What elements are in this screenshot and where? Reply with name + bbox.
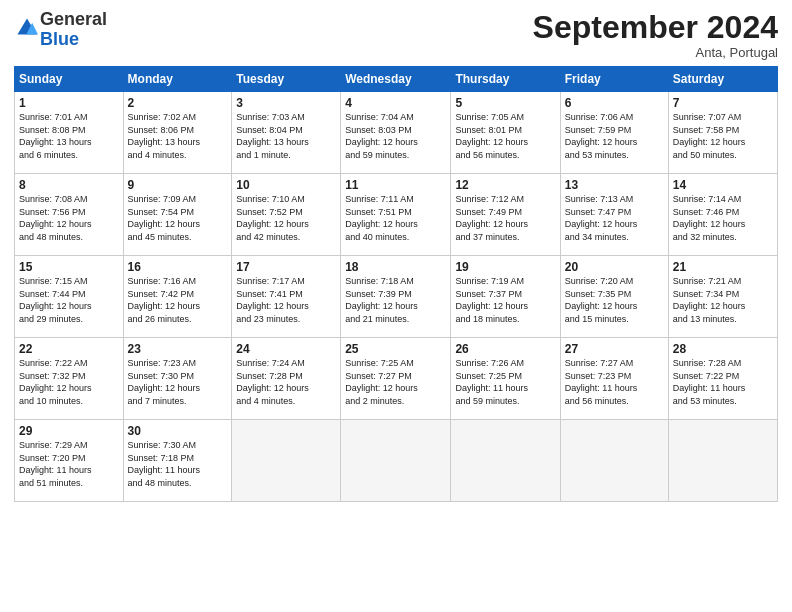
day-header-wednesday: Wednesday bbox=[341, 67, 451, 92]
day-info: Sunrise: 7:07 AMSunset: 7:58 PMDaylight:… bbox=[673, 111, 773, 161]
day-number: 28 bbox=[673, 342, 773, 356]
day-info: Sunrise: 7:20 AMSunset: 7:35 PMDaylight:… bbox=[565, 275, 664, 325]
calendar-cell: 15Sunrise: 7:15 AMSunset: 7:44 PMDayligh… bbox=[15, 256, 124, 338]
day-number: 9 bbox=[128, 178, 228, 192]
day-info: Sunrise: 7:05 AMSunset: 8:01 PMDaylight:… bbox=[455, 111, 555, 161]
calendar-cell: 28Sunrise: 7:28 AMSunset: 7:22 PMDayligh… bbox=[668, 338, 777, 420]
day-info: Sunrise: 7:12 AMSunset: 7:49 PMDaylight:… bbox=[455, 193, 555, 243]
day-number: 17 bbox=[236, 260, 336, 274]
calendar-cell: 22Sunrise: 7:22 AMSunset: 7:32 PMDayligh… bbox=[15, 338, 124, 420]
day-info: Sunrise: 7:29 AMSunset: 7:20 PMDaylight:… bbox=[19, 439, 119, 489]
week-row-5: 29Sunrise: 7:29 AMSunset: 7:20 PMDayligh… bbox=[15, 420, 778, 502]
day-number: 18 bbox=[345, 260, 446, 274]
day-number: 13 bbox=[565, 178, 664, 192]
calendar-cell: 2Sunrise: 7:02 AMSunset: 8:06 PMDaylight… bbox=[123, 92, 232, 174]
day-number: 25 bbox=[345, 342, 446, 356]
day-header-thursday: Thursday bbox=[451, 67, 560, 92]
calendar-cell: 27Sunrise: 7:27 AMSunset: 7:23 PMDayligh… bbox=[560, 338, 668, 420]
calendar-cell: 17Sunrise: 7:17 AMSunset: 7:41 PMDayligh… bbox=[232, 256, 341, 338]
day-number: 30 bbox=[128, 424, 228, 438]
week-row-1: 1Sunrise: 7:01 AMSunset: 8:08 PMDaylight… bbox=[15, 92, 778, 174]
title-block: September 2024 Anta, Portugal bbox=[533, 10, 778, 60]
calendar-cell: 3Sunrise: 7:03 AMSunset: 8:04 PMDaylight… bbox=[232, 92, 341, 174]
day-number: 7 bbox=[673, 96, 773, 110]
day-number: 14 bbox=[673, 178, 773, 192]
week-row-2: 8Sunrise: 7:08 AMSunset: 7:56 PMDaylight… bbox=[15, 174, 778, 256]
day-info: Sunrise: 7:13 AMSunset: 7:47 PMDaylight:… bbox=[565, 193, 664, 243]
day-number: 26 bbox=[455, 342, 555, 356]
calendar-cell: 30Sunrise: 7:30 AMSunset: 7:18 PMDayligh… bbox=[123, 420, 232, 502]
day-info: Sunrise: 7:16 AMSunset: 7:42 PMDaylight:… bbox=[128, 275, 228, 325]
day-info: Sunrise: 7:23 AMSunset: 7:30 PMDaylight:… bbox=[128, 357, 228, 407]
day-info: Sunrise: 7:18 AMSunset: 7:39 PMDaylight:… bbox=[345, 275, 446, 325]
calendar: SundayMondayTuesdayWednesdayThursdayFrid… bbox=[14, 66, 778, 502]
day-number: 29 bbox=[19, 424, 119, 438]
calendar-cell bbox=[232, 420, 341, 502]
day-header-monday: Monday bbox=[123, 67, 232, 92]
day-info: Sunrise: 7:06 AMSunset: 7:59 PMDaylight:… bbox=[565, 111, 664, 161]
calendar-cell: 21Sunrise: 7:21 AMSunset: 7:34 PMDayligh… bbox=[668, 256, 777, 338]
day-number: 4 bbox=[345, 96, 446, 110]
day-number: 10 bbox=[236, 178, 336, 192]
calendar-cell: 19Sunrise: 7:19 AMSunset: 7:37 PMDayligh… bbox=[451, 256, 560, 338]
calendar-cell: 7Sunrise: 7:07 AMSunset: 7:58 PMDaylight… bbox=[668, 92, 777, 174]
day-number: 21 bbox=[673, 260, 773, 274]
calendar-cell: 9Sunrise: 7:09 AMSunset: 7:54 PMDaylight… bbox=[123, 174, 232, 256]
calendar-cell: 20Sunrise: 7:20 AMSunset: 7:35 PMDayligh… bbox=[560, 256, 668, 338]
day-info: Sunrise: 7:17 AMSunset: 7:41 PMDaylight:… bbox=[236, 275, 336, 325]
day-number: 23 bbox=[128, 342, 228, 356]
day-number: 8 bbox=[19, 178, 119, 192]
day-info: Sunrise: 7:25 AMSunset: 7:27 PMDaylight:… bbox=[345, 357, 446, 407]
calendar-cell bbox=[560, 420, 668, 502]
calendar-cell: 16Sunrise: 7:16 AMSunset: 7:42 PMDayligh… bbox=[123, 256, 232, 338]
day-number: 16 bbox=[128, 260, 228, 274]
day-info: Sunrise: 7:28 AMSunset: 7:22 PMDaylight:… bbox=[673, 357, 773, 407]
page: General Blue September 2024 Anta, Portug… bbox=[0, 0, 792, 612]
logo-text: General Blue bbox=[40, 10, 107, 50]
day-info: Sunrise: 7:30 AMSunset: 7:18 PMDaylight:… bbox=[128, 439, 228, 489]
month-title: September 2024 bbox=[533, 10, 778, 45]
day-info: Sunrise: 7:02 AMSunset: 8:06 PMDaylight:… bbox=[128, 111, 228, 161]
calendar-cell bbox=[451, 420, 560, 502]
day-number: 6 bbox=[565, 96, 664, 110]
day-number: 20 bbox=[565, 260, 664, 274]
location: Anta, Portugal bbox=[533, 45, 778, 60]
day-number: 12 bbox=[455, 178, 555, 192]
day-info: Sunrise: 7:09 AMSunset: 7:54 PMDaylight:… bbox=[128, 193, 228, 243]
day-info: Sunrise: 7:14 AMSunset: 7:46 PMDaylight:… bbox=[673, 193, 773, 243]
day-info: Sunrise: 7:21 AMSunset: 7:34 PMDaylight:… bbox=[673, 275, 773, 325]
calendar-cell: 4Sunrise: 7:04 AMSunset: 8:03 PMDaylight… bbox=[341, 92, 451, 174]
day-info: Sunrise: 7:08 AMSunset: 7:56 PMDaylight:… bbox=[19, 193, 119, 243]
day-info: Sunrise: 7:19 AMSunset: 7:37 PMDaylight:… bbox=[455, 275, 555, 325]
day-number: 11 bbox=[345, 178, 446, 192]
calendar-header-row: SundayMondayTuesdayWednesdayThursdayFrid… bbox=[15, 67, 778, 92]
logo-icon bbox=[16, 17, 38, 39]
calendar-cell: 11Sunrise: 7:11 AMSunset: 7:51 PMDayligh… bbox=[341, 174, 451, 256]
calendar-cell: 6Sunrise: 7:06 AMSunset: 7:59 PMDaylight… bbox=[560, 92, 668, 174]
day-header-sunday: Sunday bbox=[15, 67, 124, 92]
calendar-cell: 13Sunrise: 7:13 AMSunset: 7:47 PMDayligh… bbox=[560, 174, 668, 256]
day-header-saturday: Saturday bbox=[668, 67, 777, 92]
day-number: 3 bbox=[236, 96, 336, 110]
calendar-cell: 29Sunrise: 7:29 AMSunset: 7:20 PMDayligh… bbox=[15, 420, 124, 502]
calendar-cell: 26Sunrise: 7:26 AMSunset: 7:25 PMDayligh… bbox=[451, 338, 560, 420]
week-row-3: 15Sunrise: 7:15 AMSunset: 7:44 PMDayligh… bbox=[15, 256, 778, 338]
day-number: 15 bbox=[19, 260, 119, 274]
day-number: 2 bbox=[128, 96, 228, 110]
calendar-cell: 24Sunrise: 7:24 AMSunset: 7:28 PMDayligh… bbox=[232, 338, 341, 420]
day-info: Sunrise: 7:26 AMSunset: 7:25 PMDaylight:… bbox=[455, 357, 555, 407]
calendar-cell: 12Sunrise: 7:12 AMSunset: 7:49 PMDayligh… bbox=[451, 174, 560, 256]
calendar-cell bbox=[341, 420, 451, 502]
day-info: Sunrise: 7:24 AMSunset: 7:28 PMDaylight:… bbox=[236, 357, 336, 407]
day-number: 24 bbox=[236, 342, 336, 356]
day-info: Sunrise: 7:27 AMSunset: 7:23 PMDaylight:… bbox=[565, 357, 664, 407]
day-info: Sunrise: 7:10 AMSunset: 7:52 PMDaylight:… bbox=[236, 193, 336, 243]
calendar-cell: 23Sunrise: 7:23 AMSunset: 7:30 PMDayligh… bbox=[123, 338, 232, 420]
day-info: Sunrise: 7:22 AMSunset: 7:32 PMDaylight:… bbox=[19, 357, 119, 407]
calendar-cell: 10Sunrise: 7:10 AMSunset: 7:52 PMDayligh… bbox=[232, 174, 341, 256]
calendar-cell: 14Sunrise: 7:14 AMSunset: 7:46 PMDayligh… bbox=[668, 174, 777, 256]
calendar-cell: 8Sunrise: 7:08 AMSunset: 7:56 PMDaylight… bbox=[15, 174, 124, 256]
day-header-tuesday: Tuesday bbox=[232, 67, 341, 92]
week-row-4: 22Sunrise: 7:22 AMSunset: 7:32 PMDayligh… bbox=[15, 338, 778, 420]
day-info: Sunrise: 7:03 AMSunset: 8:04 PMDaylight:… bbox=[236, 111, 336, 161]
